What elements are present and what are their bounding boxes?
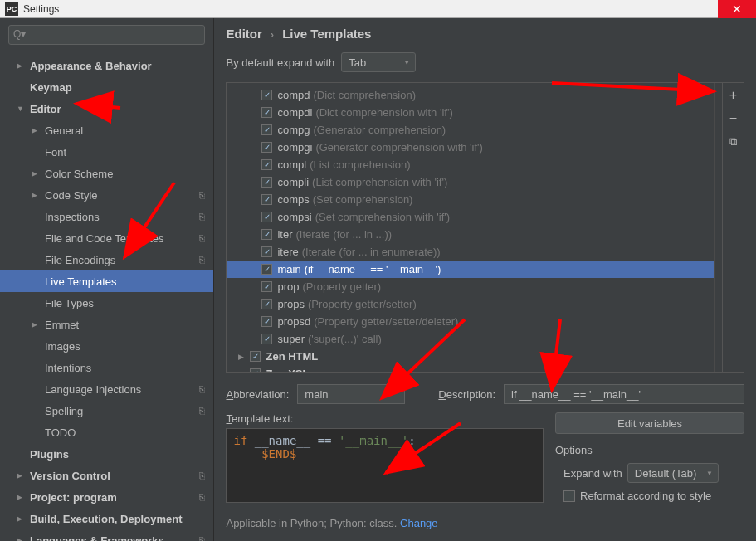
search-input[interactable] — [8, 25, 205, 45]
copy-button[interactable]: ⧉ — [726, 134, 741, 149]
template-desc: (Property getter/setter) — [308, 298, 417, 310]
sidebar-item-live-templates[interactable]: Live Templates — [0, 270, 213, 292]
project-scope-icon: ⎘ — [199, 384, 205, 394]
close-button[interactable]: ✕ — [718, 0, 756, 18]
sidebar-item-general[interactable]: General — [0, 119, 213, 141]
template-checkbox[interactable] — [261, 107, 272, 118]
template-checkbox[interactable] — [261, 316, 272, 327]
template-item-compd[interactable]: compd (Dict comprehension) — [227, 86, 714, 104]
template-checkbox[interactable] — [261, 212, 272, 222]
template-checkbox[interactable] — [261, 229, 272, 240]
group-checkbox[interactable] — [250, 351, 261, 362]
template-checkbox[interactable] — [261, 194, 272, 205]
expand-with-dropdown[interactable]: Default (Tab) — [627, 463, 719, 483]
templates-area: compd (Dict comprehension)compdi (Dict c… — [226, 82, 744, 373]
group-checkbox[interactable] — [250, 368, 261, 372]
sidebar-item-file-types[interactable]: File Types — [0, 292, 213, 314]
expand-dropdown[interactable]: Tab — [341, 52, 416, 72]
template-item-compdi[interactable]: compdi (Dict comprehension with 'if') — [227, 104, 714, 121]
tree-arrow-icon — [32, 191, 40, 199]
remove-button[interactable]: − — [726, 111, 741, 126]
template-checkbox[interactable] — [261, 177, 272, 188]
template-item-prop[interactable]: prop (Property getter) — [227, 278, 714, 295]
template-group-zen-xsl[interactable]: Zen XSL — [227, 365, 714, 372]
template-item-comps[interactable]: comps (Set comprehension) — [227, 191, 714, 208]
sidebar-item-code-style[interactable]: Code Style⎘ — [0, 184, 213, 206]
template-checkbox[interactable] — [261, 142, 272, 153]
template-item-compl[interactable]: compl (List comprehension) — [227, 156, 714, 173]
template-item-iter[interactable]: iter (Iterate (for ... in ...)) — [227, 226, 714, 243]
sidebar-item-font[interactable]: Font — [0, 141, 213, 163]
desc-input[interactable] — [504, 384, 744, 404]
tree-label: Keymap — [30, 81, 213, 94]
edit-variables-button[interactable]: Edit variables — [555, 412, 744, 434]
sidebar-item-todo[interactable]: TODO — [0, 422, 213, 443]
reformat-checkbox[interactable] — [563, 490, 575, 502]
tree-label: Color Scheme — [45, 168, 213, 180]
group-name: Zen HTML — [266, 350, 318, 363]
template-checkbox[interactable] — [261, 299, 272, 309]
add-button[interactable]: + — [726, 88, 741, 103]
sidebar-item-spelling[interactable]: Spelling⎘ — [0, 400, 213, 422]
template-name: comps — [277, 193, 309, 206]
template-code[interactable]: if __name__ == '__main__': $END$ — [226, 428, 544, 503]
template-item-compsi[interactable]: compsi (Set comprehension with 'if') — [227, 208, 714, 226]
sidebar-item-appearance-behavior[interactable]: Appearance & Behavior — [0, 55, 213, 76]
scrollbar[interactable] — [714, 83, 722, 372]
sidebar-item-keymap[interactable]: Keymap — [0, 76, 213, 98]
sidebar-item-plugins[interactable]: Plugins — [0, 443, 213, 465]
template-name: compd — [277, 89, 310, 101]
template-desc: (Generator comprehension with 'if') — [315, 141, 483, 154]
abbr-input[interactable] — [297, 384, 405, 404]
tree-label: Font — [45, 146, 213, 158]
sidebar-item-color-scheme[interactable]: Color Scheme — [0, 163, 213, 184]
template-desc: (Dict comprehension) — [314, 89, 417, 101]
template-item-super[interactable]: super ('super(...)' call) — [227, 330, 714, 348]
sidebar-item-build-execution-deployment[interactable]: Build, Execution, Deployment — [0, 508, 213, 529]
tree-label: Project: program — [30, 491, 213, 504]
project-scope-icon: ⎘ — [199, 492, 205, 502]
tree-label: Build, Execution, Deployment — [30, 513, 213, 525]
template-group-zen-html[interactable]: Zen HTML — [227, 348, 714, 365]
template-item-props[interactable]: props (Property getter/setter) — [227, 295, 714, 313]
template-item-itere[interactable]: itere (Iterate (for ... in enumerate)) — [227, 243, 714, 261]
template-item-propsd[interactable]: propsd (Property getter/setter/deleter) — [227, 313, 714, 330]
tree-label: Live Templates — [45, 275, 213, 288]
settings-tree[interactable]: Appearance & BehaviorKeymapEditorGeneral… — [0, 51, 213, 541]
template-checkbox[interactable] — [261, 124, 272, 135]
template-desc: (List comprehension) — [310, 158, 410, 171]
template-checkbox[interactable] — [261, 159, 272, 170]
template-item-compgi[interactable]: compgi (Generator comprehension with 'if… — [227, 139, 714, 156]
tree-label: Intentions — [45, 362, 213, 374]
template-checkbox[interactable] — [261, 281, 272, 292]
template-item-main[interactable]: main (if __name__ == '__main__') — [227, 261, 714, 278]
templates-list[interactable]: compd (Dict comprehension)compdi (Dict c… — [227, 83, 714, 372]
search-icon: Q▾ — [13, 28, 26, 40]
template-name: compg — [277, 124, 310, 136]
tree-arrow-icon — [17, 105, 25, 113]
template-checkbox[interactable] — [261, 334, 272, 344]
sidebar-item-intentions[interactable]: Intentions — [0, 357, 213, 378]
sidebar-item-inspections[interactable]: Inspections⎘ — [0, 206, 213, 227]
template-item-compg[interactable]: compg (Generator comprehension) — [227, 121, 714, 139]
sidebar-item-languages-frameworks[interactable]: Languages & Frameworks⎘ — [0, 529, 213, 541]
template-checkbox[interactable] — [261, 264, 272, 275]
template-checkbox[interactable] — [261, 246, 272, 257]
sidebar-item-editor[interactable]: Editor — [0, 98, 213, 119]
template-item-compli[interactable]: compli (List comprehension with 'if') — [227, 173, 714, 191]
project-scope-icon: ⎘ — [199, 535, 205, 541]
tree-label: Language Injections — [45, 383, 213, 396]
sidebar-item-file-and-code-templates[interactable]: File and Code Templates⎘ — [0, 227, 213, 249]
template-name: compli — [277, 176, 309, 188]
template-checkbox[interactable] — [261, 90, 272, 100]
sidebar-item-language-injections[interactable]: Language Injections⎘ — [0, 378, 213, 400]
tree-label: Editor — [30, 103, 213, 115]
sidebar-item-project-program[interactable]: Project: program⎘ — [0, 486, 213, 508]
sidebar-item-file-encodings[interactable]: File Encodings⎘ — [0, 249, 213, 270]
sidebar-item-images[interactable]: Images — [0, 335, 213, 357]
group-arrow-icon — [238, 353, 246, 361]
sidebar-item-version-control[interactable]: Version Control⎘ — [0, 465, 213, 486]
titlebar: PC Settings ✕ — [0, 0, 756, 18]
sidebar-item-emmet[interactable]: Emmet — [0, 314, 213, 335]
change-link[interactable]: Change — [400, 517, 438, 529]
